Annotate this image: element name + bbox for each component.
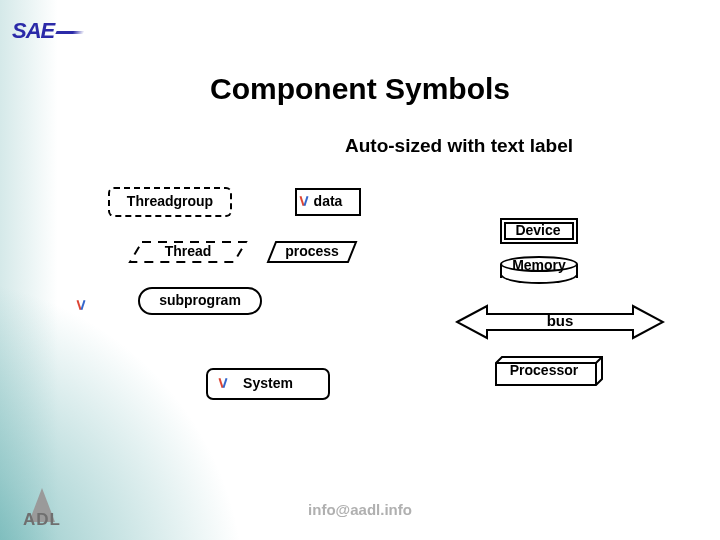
- system-label: System: [243, 370, 293, 396]
- subprogram-label: subprogram: [159, 289, 241, 311]
- adl-logo-text: ADL: [14, 510, 70, 530]
- process-label: process: [266, 240, 358, 264]
- symbol-subprogram: subprogram: [138, 287, 262, 315]
- symbol-device: Device: [500, 218, 582, 246]
- data-label: data: [314, 190, 343, 212]
- probe-mark-icon: [299, 194, 309, 208]
- slide: SAE Component Symbols Auto-sized with te…: [0, 0, 720, 540]
- symbol-bus: bus: [455, 302, 665, 342]
- probe-mark-icon: [218, 376, 228, 390]
- symbol-system: System: [206, 368, 330, 400]
- device-label: Device: [500, 218, 576, 242]
- thread-label: Thread: [128, 240, 248, 268]
- memory-label: Memory: [500, 257, 578, 273]
- threadgroup-label: Threadgroup: [127, 189, 213, 213]
- footer-email: info@aadl.info: [0, 501, 720, 518]
- bus-label: bus: [455, 302, 665, 342]
- slide-subtitle: Auto-sized with text label: [345, 135, 573, 157]
- slide-title: Component Symbols: [0, 72, 720, 106]
- symbol-data: data: [295, 188, 361, 216]
- symbol-process: process: [266, 240, 358, 264]
- symbol-memory: Memory: [500, 258, 578, 278]
- processor-label: Processor: [494, 362, 594, 378]
- symbol-processor: Processor: [494, 355, 606, 389]
- symbol-threadgroup: Threadgroup: [108, 187, 232, 217]
- probe-mark-icon: [76, 298, 86, 312]
- sae-logo: SAE: [12, 18, 84, 44]
- adl-logo: ADL: [14, 488, 70, 530]
- symbol-thread: Thread: [128, 240, 248, 268]
